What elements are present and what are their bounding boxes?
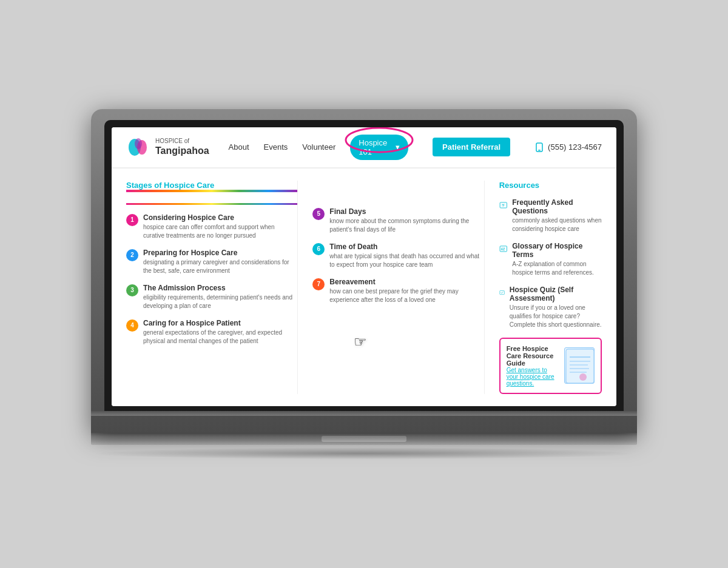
stage-number-7: 7 — [312, 278, 325, 290]
stage-item-5: 5 Final Days know more about the common … — [312, 207, 484, 234]
resource-quiz-desc: Unsure if you or a loved one qualifies f… — [510, 304, 602, 329]
phone-number: (555) 123-4567 — [548, 142, 602, 152]
logo-text: HOSPICE of Tangipahoa — [155, 138, 209, 156]
dropdown-menu: Stages of Hospice Care 1 Considering Hos… — [112, 168, 616, 406]
stage-content-3: The Admission Process eligibility requir… — [143, 284, 297, 310]
phone-area: (555) 123-4567 — [534, 142, 602, 152]
stage-number-3: 3 — [126, 284, 138, 296]
stage-number-5: 5 — [312, 208, 325, 220]
guide-image-svg — [565, 348, 595, 384]
resource-guide-box[interactable]: Free Hospice Care Resource Guide Get ans… — [499, 338, 602, 394]
color-bar — [126, 190, 297, 192]
stage-desc-7: how can one best prepare for the grief t… — [329, 287, 484, 304]
stage-desc-2: designating a primary caregiver and cons… — [143, 258, 297, 275]
stage-desc-3: eligibility requirements, determining pa… — [143, 293, 297, 310]
stage-content-7: Bereavement how can one best prepare for… — [329, 278, 484, 304]
resource-faq-desc: commonly asked questions when considerin… — [512, 216, 602, 233]
faq-icon: ? — [499, 198, 508, 213]
hospice101-wrapper: Hospice 101 ▾ — [350, 135, 408, 160]
svg-rect-13 — [499, 290, 504, 294]
resource-faq-content: Frequently Asked Questions commonly aske… — [512, 198, 602, 233]
resource-quiz[interactable]: Hospice Quiz (Self Assessment) Unsure if… — [499, 286, 602, 329]
screen-bezel: HOSPICE of Tangipahoa About Events Volun… — [104, 120, 624, 411]
logo-tangipahoa: Tangipahoa — [155, 145, 209, 156]
stage-number-2: 2 — [126, 249, 138, 261]
stage-name-4: Caring for a Hospice Patient — [143, 319, 297, 327]
laptop-body: HOSPICE of Tangipahoa About Events Volun… — [91, 109, 637, 433]
cursor-icon: ☞ — [354, 333, 367, 350]
stage-item-7: 7 Bereavement how can one best prepare f… — [312, 278, 484, 304]
logo-hospice-of: HOSPICE of — [155, 138, 209, 145]
svg-rect-5 — [538, 150, 541, 151]
hospice101-button[interactable]: Hospice 101 ▾ — [350, 135, 408, 160]
stage-item-6: 6 Time of Death what are typical signs t… — [312, 242, 484, 269]
glossary-icon: AZ — [499, 242, 508, 256]
svg-point-20 — [579, 373, 587, 381]
laptop: HOSPICE of Tangipahoa About Events Volun… — [91, 109, 637, 459]
resource-glossary-content: Glossary of Hospice Terms A-Z explanatio… — [512, 242, 602, 277]
resource-glossary-name: Glossary of Hospice Terms — [512, 242, 602, 259]
hospice101-label: Hospice 101 — [359, 138, 393, 156]
stage-desc-1: hospice care can offer comfort and suppo… — [143, 223, 297, 240]
nav-about[interactable]: About — [229, 142, 249, 152]
nav-events[interactable]: Events — [264, 142, 288, 152]
stage-desc-6: what are typical signs that death has oc… — [329, 252, 484, 269]
logo[interactable]: HOSPICE of Tangipahoa — [126, 135, 209, 159]
stage-content-1: Considering Hospice Care hospice care ca… — [143, 213, 297, 240]
phone-icon — [534, 142, 544, 152]
resources-title: Resources — [499, 181, 602, 190]
navbar: HOSPICE of Tangipahoa About Events Volun… — [112, 127, 616, 168]
stage-number-1: 1 — [126, 214, 138, 226]
stage-number-4: 4 — [126, 319, 138, 332]
stage-content-4: Caring for a Hospice Patient general exp… — [143, 319, 297, 346]
spacer — [312, 181, 484, 207]
guide-image — [564, 347, 595, 384]
screen-bottom-rim — [91, 411, 637, 416]
svg-point-2 — [135, 138, 142, 149]
guide-link[interactable]: Get answers to your hospice care questio… — [507, 367, 559, 387]
stage-name-7: Bereavement — [329, 278, 484, 286]
stage-name-5: Final Days — [329, 207, 484, 216]
guide-title: Free Hospice Care Resource Guide — [507, 345, 559, 367]
svg-text:AZ: AZ — [500, 247, 504, 250]
stage-name-3: The Admission Process — [143, 284, 297, 292]
resource-glossary[interactable]: AZ Glossary of Hospice Terms A-Z explana… — [499, 242, 602, 277]
stage-item-1: 1 Considering Hospice Care hospice care … — [126, 213, 297, 240]
stage-content-6: Time of Death what are typical signs tha… — [329, 242, 484, 269]
resources-column: Resources ? Frequently Asked Questions c… — [484, 181, 602, 394]
laptop-shadow — [91, 447, 637, 459]
stages-right-column: 5 Final Days know more about the common … — [297, 181, 484, 394]
stage-item-4: 4 Caring for a Hospice Patient general e… — [126, 319, 297, 346]
trackpad[interactable] — [322, 436, 406, 442]
laptop-screen: HOSPICE of Tangipahoa About Events Volun… — [112, 127, 616, 406]
stages-title: Stages of Hospice Care — [126, 181, 297, 205]
resource-glossary-desc: A-Z explanation of common hospice terms … — [512, 260, 602, 277]
stage-desc-4: general expectations of the caregiver, a… — [143, 329, 297, 346]
guide-text: Free Hospice Care Resource Guide Get ans… — [507, 345, 559, 387]
logo-icon — [126, 135, 150, 159]
nav-volunteer[interactable]: Volunteer — [302, 142, 335, 152]
resource-faq[interactable]: ? Frequently Asked Questions commonly as… — [499, 198, 602, 233]
patient-referral-button[interactable]: Patient Referral — [433, 138, 510, 156]
stage-name-1: Considering Hospice Care — [143, 213, 297, 222]
stage-number-6: 6 — [312, 243, 325, 255]
stage-content-2: Preparing for Hospice Care designating a… — [143, 249, 297, 275]
stage-name-2: Preparing for Hospice Care — [143, 249, 297, 257]
stage-content-5: Final Days know more about the common sy… — [329, 207, 484, 234]
stage-name-6: Time of Death — [329, 242, 484, 251]
resource-quiz-name: Hospice Quiz (Self Assessment) — [510, 286, 602, 302]
stages-left-column: Stages of Hospice Care 1 Considering Hos… — [126, 181, 297, 394]
stage-item-3: 3 The Admission Process eligibility requ… — [126, 284, 297, 310]
stage-desc-5: know more about the common symptoms duri… — [329, 217, 484, 234]
nav-links: About Events Volunteer Hospice 101 ▾ — [229, 135, 602, 160]
quiz-icon — [499, 286, 505, 300]
stage-item-2: 2 Preparing for Hospice Care designating… — [126, 249, 297, 275]
hospice101-chevron: ▾ — [396, 142, 400, 152]
resource-quiz-content: Hospice Quiz (Self Assessment) Unsure if… — [510, 286, 602, 329]
laptop-hinge — [91, 433, 637, 445]
resource-faq-name: Frequently Asked Questions — [512, 198, 602, 215]
